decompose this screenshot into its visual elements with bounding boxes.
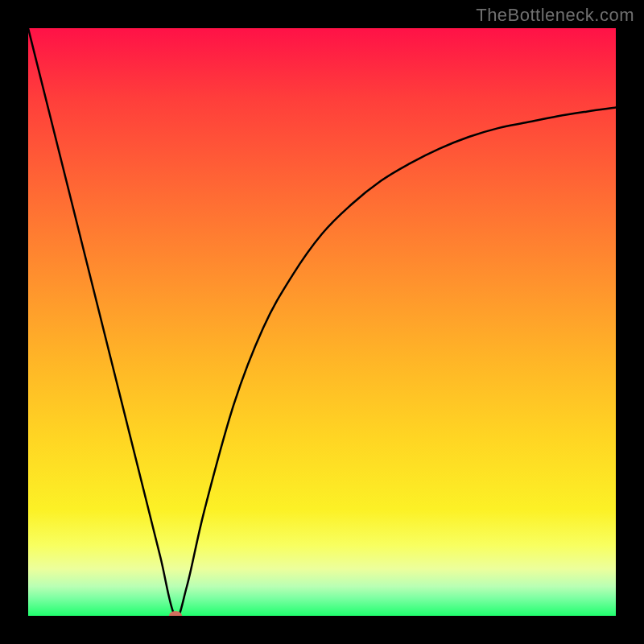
bottleneck-curve bbox=[28, 28, 616, 616]
optimum-marker bbox=[169, 611, 182, 616]
plot-area bbox=[28, 28, 616, 616]
attribution-text: TheBottleneck.com bbox=[476, 5, 634, 26]
chart-frame: TheBottleneck.com bbox=[0, 0, 644, 644]
